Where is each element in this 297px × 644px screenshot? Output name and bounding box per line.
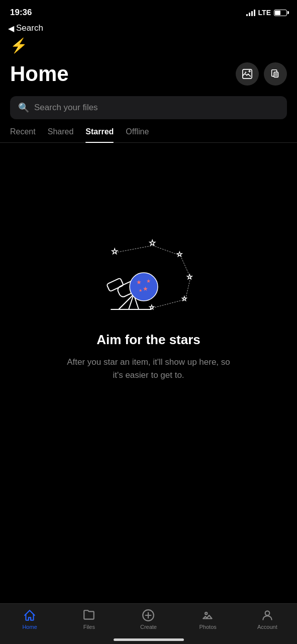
- svg-text:☆: ☆: [176, 250, 183, 258]
- svg-text:★: ★: [139, 288, 142, 293]
- svg-text:☆: ☆: [181, 295, 187, 302]
- photos-icon: [202, 609, 215, 622]
- header-actions: [236, 62, 287, 86]
- back-arrow-icon: ◀: [8, 24, 14, 33]
- page-header: Home: [0, 58, 297, 94]
- search-bar[interactable]: 🔍 Search your files: [10, 96, 287, 119]
- svg-line-29: [153, 299, 185, 308]
- nav-item-photos[interactable]: Photos: [193, 609, 223, 630]
- svg-text:★: ★: [146, 278, 151, 284]
- tabs-bar: Recent Shared Starred Offline: [0, 127, 297, 143]
- scan-document-icon: [270, 68, 281, 79]
- tab-starred[interactable]: Starred: [85, 127, 114, 142]
- upload-photo-button[interactable]: [236, 62, 259, 86]
- page-title: Home: [10, 62, 69, 86]
- nav-item-home[interactable]: Home: [15, 609, 45, 630]
- nav-label-home: Home: [22, 624, 37, 630]
- nav-item-create[interactable]: Create: [133, 609, 163, 630]
- svg-line-27: [180, 256, 190, 278]
- telescope-illustration: ★ ★ ★ ★ ☆ ☆ ☆ ☆ ☆ ☆: [83, 216, 214, 317]
- svg-text:★: ★: [136, 279, 142, 286]
- nav-label-photos: Photos: [200, 624, 217, 630]
- create-icon: [142, 609, 155, 622]
- tab-shared[interactable]: Shared: [48, 127, 74, 142]
- nav-label-files: Files: [83, 624, 95, 630]
- nav-item-files[interactable]: Files: [74, 609, 104, 630]
- svg-line-28: [185, 278, 190, 299]
- svg-text:☆: ☆: [186, 273, 193, 281]
- svg-text:★: ★: [143, 285, 148, 292]
- nav-label-account: Account: [257, 624, 277, 630]
- home-indicator: [114, 638, 184, 641]
- empty-state-container: ★ ★ ★ ★ ☆ ☆ ☆ ☆ ☆ ☆ Aim for the stars Af…: [0, 143, 297, 445]
- tab-recent[interactable]: Recent: [10, 127, 36, 142]
- lte-label: LTE: [258, 9, 271, 17]
- bottom-navigation: Home Files Create Photos Account: [0, 603, 297, 644]
- svg-text:☆: ☆: [149, 303, 155, 311]
- search-icon: 🔍: [18, 102, 29, 113]
- svg-point-33: [205, 612, 207, 614]
- lightning-icon: ⚡: [0, 37, 297, 58]
- search-placeholder-text: Search your files: [34, 103, 98, 113]
- account-icon: [261, 609, 274, 622]
- empty-state-subtitle: After you star an item, it'll show up he…: [63, 356, 234, 381]
- svg-line-25: [115, 246, 153, 253]
- status-bar: 19:36 LTE: [0, 0, 297, 22]
- nav-label-create: Create: [140, 624, 157, 630]
- upload-photo-icon: [242, 68, 253, 79]
- empty-state-title: Aim for the stars: [96, 332, 201, 348]
- nav-item-account[interactable]: Account: [252, 609, 282, 630]
- back-navigation[interactable]: ◀ Search: [0, 22, 297, 37]
- status-time: 19:36: [10, 8, 32, 18]
- battery-icon: [274, 10, 287, 16]
- svg-rect-12: [107, 278, 124, 291]
- signal-bars: [246, 9, 255, 16]
- scan-document-button[interactable]: [264, 62, 287, 86]
- svg-text:☆: ☆: [111, 247, 118, 256]
- files-icon: [82, 609, 95, 622]
- tab-offline[interactable]: Offline: [126, 127, 149, 142]
- back-label: Search: [16, 23, 43, 33]
- search-container: 🔍 Search your files: [0, 94, 297, 127]
- svg-point-1: [245, 71, 246, 73]
- home-icon: [23, 609, 36, 622]
- status-right: LTE: [246, 9, 287, 17]
- svg-point-34: [265, 611, 270, 615]
